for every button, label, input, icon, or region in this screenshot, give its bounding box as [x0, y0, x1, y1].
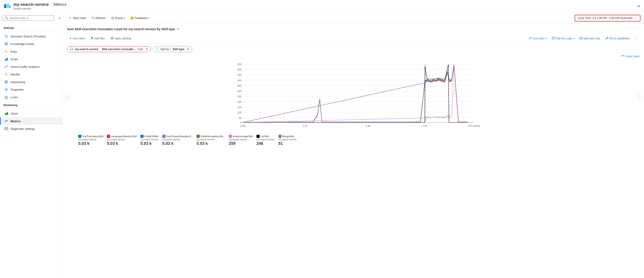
- add-metric-icon: ✦: [69, 37, 72, 40]
- refresh-button[interactable]: Refresh: [89, 15, 108, 21]
- svg-line-33: [112, 18, 113, 19]
- sidebar-collapse-button[interactable]: «: [57, 15, 62, 21]
- new-chart-button[interactable]: ＋ New chart: [66, 14, 88, 22]
- chart-nav-right[interactable]: ›: [636, 93, 643, 99]
- undo-zoom-button[interactable]: Undo Zoom: [622, 55, 640, 58]
- sidebar-item-identity[interactable]: Identity: [0, 71, 62, 78]
- sidebar-item-label: Scale: [10, 58, 18, 61]
- sidebar-item-label: Alerts: [10, 112, 18, 115]
- chart-svg-area: 550 500 450 400 350 300 250 200 150 100: [67, 60, 640, 132]
- diagnostic-icon: [4, 127, 8, 131]
- x-axis-labels: 2 PM 2:15 2:30 2:45 UTC-08:00: [240, 125, 480, 127]
- svg-rect-3: [10, 5, 10, 8]
- line-chart-chevron-icon: ▾: [546, 37, 546, 40]
- svg-text:500: 500: [238, 68, 242, 71]
- pin-dashboard-button[interactable]: Pin to dashboard: [603, 35, 632, 41]
- add-filter-button[interactable]: Add filter: [88, 36, 107, 41]
- svg-text:550: 550: [238, 63, 242, 66]
- scale-icon: [4, 57, 8, 61]
- feedback-label: Feedback: [134, 16, 147, 20]
- svg-rect-12: [5, 60, 6, 61]
- legend-label-ocr: OcrSkill: [260, 135, 269, 138]
- svg-point-46: [156, 50, 157, 50]
- legend-service-merge: my-search-service: [278, 138, 297, 141]
- svg-point-36: [112, 37, 113, 38]
- refresh-icon: [92, 16, 94, 20]
- sidebar-item-search-traffic[interactable]: Search traffic analytics: [0, 63, 62, 71]
- svg-rect-1: [7, 4, 9, 8]
- legend-item-analyze-image: AnalyzeImageSkill my-search-service 259: [229, 135, 253, 146]
- svg-text:300: 300: [238, 90, 242, 92]
- legend-service-entity-pii: my-search-service: [140, 138, 159, 141]
- apply-splitting-button[interactable]: Apply splitting: [108, 35, 133, 41]
- legend-value-key-phrase: 5.03 k: [162, 141, 193, 146]
- monitoring-section: Monitoring Alerts Metrics: [0, 101, 62, 133]
- drill-logs-button[interactable]: Drill into Logs ▾: [550, 35, 576, 41]
- split-tag-close-button[interactable]: ✕: [187, 48, 190, 51]
- time-range-label: Local Time: 1/3 1:59 PM - 2:59 PM (Autom…: [578, 17, 637, 20]
- svg-text:50: 50: [239, 117, 242, 119]
- legend-value-entity-recognition: 5.03 k: [196, 141, 225, 146]
- svg-text:350: 350: [238, 84, 242, 87]
- content-area: ＋ New chart Refresh Share ▾: [62, 13, 644, 278]
- sidebar-item-label: Metrics: [10, 120, 21, 123]
- chart-nav-left[interactable]: ‹: [64, 93, 70, 99]
- sidebar-item-scale[interactable]: Scale: [0, 55, 62, 63]
- search-box[interactable]: 🔍: [3, 15, 54, 21]
- metric-name: ,: [100, 48, 100, 51]
- legend-service-ocr: my-search-service: [256, 138, 275, 141]
- svg-point-35: [111, 37, 112, 38]
- legend-color-entity-pii: [140, 135, 144, 138]
- sidebar-item-label: Identity: [10, 73, 20, 76]
- sidebar-item-alerts[interactable]: Alerts: [0, 110, 62, 117]
- metric-label: Skill execution invocatio...: [102, 48, 136, 51]
- feedback-icon: 😊: [130, 16, 134, 20]
- feedback-button[interactable]: 😊 Feedback ▾: [128, 15, 152, 21]
- header-more-button[interactable]: ···: [69, 3, 71, 6]
- more-options-button[interactable]: ···: [633, 36, 640, 41]
- undo-zoom-label: Undo Zoom: [626, 55, 640, 58]
- svg-point-44: [156, 48, 157, 48]
- sidebar-item-semantic-search[interactable]: Semantic Search (Preview): [0, 33, 62, 40]
- legend-label-merge: MergeSkill: [282, 135, 294, 138]
- sidebar-item-knowledge-center[interactable]: Knowledge Center: [0, 40, 62, 48]
- svg-point-9: [5, 50, 7, 52]
- svg-text:UTC-08:00: UTC-08:00: [468, 125, 480, 127]
- new-alert-button[interactable]: New alert rule: [577, 35, 602, 41]
- close-button[interactable]: ✕: [637, 4, 640, 9]
- line-chart-button[interactable]: Line chart ▾: [526, 36, 549, 41]
- sidebar-item-properties[interactable]: Properties: [0, 86, 62, 93]
- metric-tag-main: my-search-service , Skill execution invo…: [67, 46, 151, 52]
- line-entity-pii: [242, 65, 467, 122]
- add-filter-label: Add filter: [94, 37, 105, 40]
- sidebar-item-keys[interactable]: Keys: [0, 48, 62, 55]
- add-metric-label: Add metric: [72, 37, 85, 40]
- sidebar-item-label: Locks: [10, 96, 18, 99]
- add-metric-button[interactable]: ✦ Add metric: [67, 36, 88, 41]
- sidebar-item-diagnostic[interactable]: Diagnostic settings: [0, 125, 62, 133]
- sidebar-item-label: Networking: [10, 80, 25, 84]
- split-tag: Split by = Skill type ✕: [153, 46, 192, 52]
- line-key-phrase: [242, 66, 467, 122]
- sidebar-item-locks[interactable]: Locks: [0, 93, 62, 101]
- svg-text:2:45: 2:45: [422, 125, 427, 127]
- svg-rect-26: [6, 112, 7, 115]
- line-ocr-skill: [242, 65, 467, 122]
- time-range-button[interactable]: Local Time: 1/3 1:59 PM - 2:59 PM (Autom…: [575, 15, 640, 22]
- metric-tag-close-button[interactable]: ✕: [145, 48, 148, 51]
- legend-item-ocr: OcrSkill my-search-service 248: [256, 135, 275, 146]
- chart-edit-icon[interactable]: ✏: [177, 27, 180, 31]
- networking-icon: [4, 80, 8, 84]
- drill-logs-icon: [552, 37, 555, 40]
- search-input[interactable]: [10, 16, 52, 20]
- sidebar-item-networking[interactable]: Networking: [0, 78, 62, 86]
- svg-rect-23: [5, 97, 8, 99]
- legend-service-entity-recognition: my-search-service: [196, 138, 225, 141]
- pin-dashboard-label: Pin to dashboard: [609, 37, 630, 40]
- share-button[interactable]: Share ▾: [109, 15, 127, 21]
- sidebar-item-metrics[interactable]: Metrics: [0, 117, 62, 125]
- svg-rect-14: [7, 58, 8, 61]
- svg-text:200: 200: [238, 101, 242, 103]
- legend-value-entity-pii: 5.03 k: [140, 141, 159, 146]
- legend-service-language-detection: my-search-service: [107, 138, 137, 141]
